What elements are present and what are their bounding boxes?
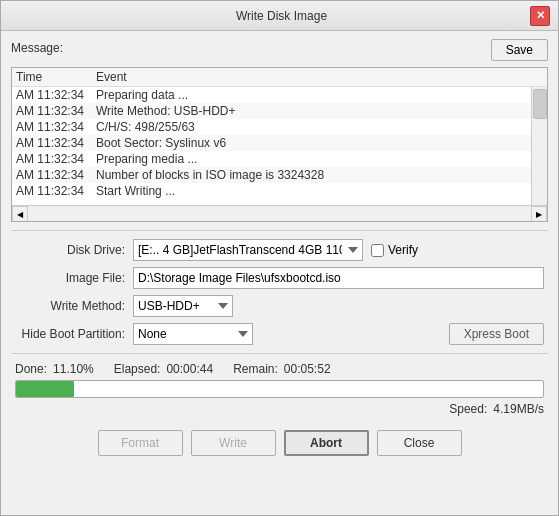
image-file-label: Image File:	[15, 271, 125, 285]
scrollbar-thumb[interactable]	[533, 89, 547, 119]
close-button[interactable]: ✕	[530, 6, 550, 26]
log-header-event: Event	[96, 70, 543, 84]
log-event: Start Writing ...	[96, 184, 527, 198]
log-event: Boot Sector: Syslinux v6	[96, 136, 527, 150]
message-row: Message: Save	[11, 39, 548, 61]
elapsed-stat: Elapsed: 00:00:44	[114, 362, 213, 376]
log-event: Preparing media ...	[96, 152, 527, 166]
divider-1	[11, 230, 548, 231]
progress-bar-fill	[16, 381, 74, 397]
log-header-time: Time	[16, 70, 96, 84]
log-event: Preparing data ...	[96, 88, 527, 102]
log-event: C/H/S: 498/255/63	[96, 120, 527, 134]
log-header: Time Event	[12, 68, 547, 87]
speed-label: Speed:	[449, 402, 487, 416]
log-time: AM 11:32:34	[16, 136, 96, 150]
divider-2	[11, 353, 548, 354]
hide-boot-select[interactable]: None	[133, 323, 253, 345]
close-button-bottom[interactable]: Close	[377, 430, 462, 456]
log-time: AM 11:32:34	[16, 168, 96, 182]
hide-boot-label: Hide Boot Partition:	[15, 327, 125, 341]
log-row: AM 11:32:34C/H/S: 498/255/63	[12, 119, 531, 135]
progress-bar-container	[15, 380, 544, 398]
format-button[interactable]: Format	[98, 430, 183, 456]
horizontal-scrollbar[interactable]: ◀ ▶	[12, 205, 547, 221]
done-label: Done:	[15, 362, 47, 376]
hide-boot-row: Hide Boot Partition: None Xpress Boot	[15, 323, 544, 345]
disk-drive-row: Disk Drive: [E:.. 4 GB]JetFlashTranscend…	[15, 239, 544, 261]
log-row: AM 11:32:34Boot Sector: Syslinux v6	[12, 135, 531, 151]
remain-value: 00:05:52	[284, 362, 331, 376]
log-event: Write Method: USB-HDD+	[96, 104, 527, 118]
vertical-scrollbar[interactable]	[531, 87, 547, 205]
progress-section: Done: 11.10% Elapsed: 00:00:44 Remain: 0…	[11, 362, 548, 416]
xpress-boot-button[interactable]: Xpress Boot	[449, 323, 544, 345]
log-time: AM 11:32:34	[16, 120, 96, 134]
log-rows[interactable]: AM 11:32:34Preparing data ...AM 11:32:34…	[12, 87, 531, 205]
write-method-label: Write Method:	[15, 299, 125, 313]
elapsed-label: Elapsed:	[114, 362, 161, 376]
scroll-left-arrow[interactable]: ◀	[12, 206, 28, 222]
abort-button[interactable]: Abort	[284, 430, 369, 456]
log-row: AM 11:32:34Start Writing ...	[12, 183, 531, 199]
remain-stat: Remain: 00:05:52	[233, 362, 330, 376]
title-bar: Write Disk Image ✕	[1, 1, 558, 31]
message-label: Message:	[11, 39, 63, 55]
log-scroll-container: AM 11:32:34Preparing data ...AM 11:32:34…	[12, 87, 547, 205]
log-area: Time Event AM 11:32:34Preparing data ...…	[11, 67, 548, 222]
speed-value: 4.19MB/s	[493, 402, 544, 416]
done-stat: Done: 11.10%	[15, 362, 94, 376]
log-row: AM 11:32:34Number of blocks in ISO image…	[12, 167, 531, 183]
main-window: Write Disk Image ✕ Message: Save Time Ev…	[0, 0, 559, 516]
write-method-row: Write Method: USB-HDD+	[15, 295, 544, 317]
disk-drive-label: Disk Drive:	[15, 243, 125, 257]
verify-label[interactable]: Verify	[388, 243, 418, 257]
remain-label: Remain:	[233, 362, 278, 376]
write-method-select[interactable]: USB-HDD+	[133, 295, 233, 317]
window-title: Write Disk Image	[33, 9, 530, 23]
scroll-track[interactable]	[28, 206, 531, 221]
button-row: Format Write Abort Close	[11, 422, 548, 462]
speed-row: Speed: 4.19MB/s	[15, 402, 544, 416]
save-button[interactable]: Save	[491, 39, 548, 61]
log-time: AM 11:32:34	[16, 152, 96, 166]
log-time: AM 11:32:34	[16, 104, 96, 118]
done-value: 11.10%	[53, 362, 94, 376]
verify-checkbox-group: Verify	[371, 243, 418, 257]
log-time: AM 11:32:34	[16, 184, 96, 198]
progress-stats: Done: 11.10% Elapsed: 00:00:44 Remain: 0…	[15, 362, 544, 376]
elapsed-value: 00:00:44	[166, 362, 213, 376]
write-button[interactable]: Write	[191, 430, 276, 456]
log-row: AM 11:32:34Write Method: USB-HDD+	[12, 103, 531, 119]
log-row: AM 11:32:34Preparing data ...	[12, 87, 531, 103]
verify-checkbox[interactable]	[371, 244, 384, 257]
image-file-row: Image File:	[15, 267, 544, 289]
log-event: Number of blocks in ISO image is 3324328	[96, 168, 527, 182]
disk-drive-select[interactable]: [E:.. 4 GB]JetFlashTranscend 4GB 1100	[133, 239, 363, 261]
form-section: Disk Drive: [E:.. 4 GB]JetFlashTranscend…	[11, 239, 548, 345]
log-row: AM 11:32:34Preparing media ...	[12, 151, 531, 167]
log-time: AM 11:32:34	[16, 88, 96, 102]
main-content: Message: Save Time Event AM 11:32:34Prep…	[1, 31, 558, 515]
image-file-input[interactable]	[133, 267, 544, 289]
scroll-right-arrow[interactable]: ▶	[531, 206, 547, 222]
